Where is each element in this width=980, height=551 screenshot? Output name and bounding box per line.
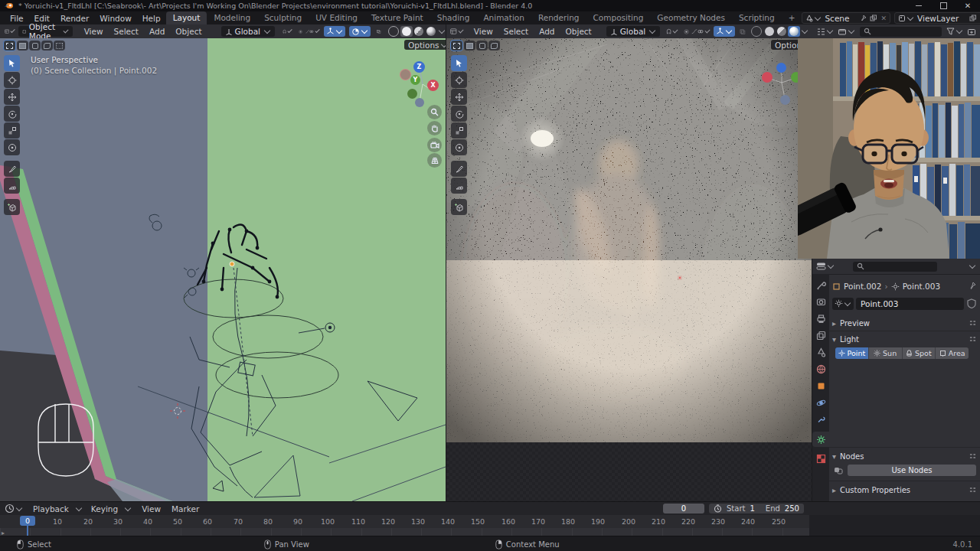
light-type-point[interactable]: Point [835,347,869,359]
workspace-tab-rendering[interactable]: Rendering [531,11,586,24]
timeline-ruler[interactable]: 0 10 20 30 40 50 60 70 80 90 100 110 120… [0,515,812,528]
properties-editor-icon[interactable] [816,262,826,271]
workspace-tab-animation[interactable]: Animation [476,11,531,24]
tool-add-cube[interactable] [4,199,20,215]
outliner-display-mode-icon[interactable] [816,28,825,36]
menu-file[interactable]: File [5,14,29,23]
navigation-gizmo[interactable]: Z X Y [397,60,446,106]
use-preview-range-icon[interactable] [714,504,722,513]
snap-dropdown-right[interactable] [673,28,678,33]
properties-search-box[interactable] [853,262,937,272]
add-menu-right[interactable]: Add [534,27,560,36]
orientation-dropdown[interactable]: Global [221,26,276,37]
close-button[interactable]: ✕ [956,0,980,11]
xray-toggle-icon[interactable] [377,28,381,36]
tool-measure[interactable] [4,178,20,194]
shading-dropdown-right[interactable] [802,28,808,34]
current-frame-field[interactable]: 0 [663,504,704,514]
tab-render-icon[interactable] [816,297,826,307]
falloff-curve-icon-right[interactable] [691,28,697,36]
panel-nodes-header[interactable]: ▾ Nodes [832,450,976,462]
end-frame-value[interactable]: 250 [785,504,799,513]
unlink-scene-icon[interactable]: ✕ [880,15,887,22]
select-intersect-icon[interactable] [54,41,65,51]
select-circle-icon[interactable] [29,41,41,51]
tool-cursor-right[interactable] [451,72,467,88]
tab-world-icon[interactable] [816,364,826,374]
select-menu[interactable]: Select [109,27,144,36]
shading-dropdown[interactable] [439,28,445,34]
panel-custom-properties-header[interactable]: ▸ Custom Properties [832,484,976,496]
maximize-button[interactable] [931,0,956,11]
shading-solid-icon[interactable] [400,26,413,37]
select-box-icon[interactable] [17,41,28,51]
view-layer-selector[interactable]: ViewLayer ✕ [894,12,980,24]
editor-type-icon[interactable] [5,27,9,36]
scene-selector[interactable]: Scene ✕ [802,12,890,24]
orientation-dropdown-right[interactable]: Global [606,26,661,37]
gizmos-toggle[interactable] [324,26,345,37]
marker-menu[interactable]: Marker [166,504,204,514]
shading-rendered-icon[interactable] [426,27,436,36]
gizmo-neg-z-axis[interactable] [415,98,424,107]
overlay-options-toggle[interactable] [349,26,371,37]
select-tweak-icon[interactable] [3,40,16,51]
workspace-tab-layout[interactable]: Layout [166,11,207,24]
tab-constraints-icon[interactable] [816,415,826,425]
gizmo-y-axis[interactable]: Y [410,75,420,85]
shading-material-icon-right[interactable] [777,27,786,36]
timeline-view-menu[interactable]: View [136,504,166,514]
data-name-field[interactable]: Point.003 [856,298,964,310]
tab-object-data-active[interactable] [812,432,829,447]
breadcrumb-object-name[interactable]: Point.002 [844,282,881,291]
workspace-tab-geometry-nodes[interactable]: Geometry Nodes [650,11,732,24]
proportional-editing-icon[interactable] [299,28,302,36]
menu-edit[interactable]: Edit [29,14,55,23]
playback-menu[interactable]: Playback [28,504,74,514]
tool-move[interactable] [4,89,20,105]
tool-cursor[interactable] [4,72,20,88]
workspace-tab-compositing[interactable]: Compositing [586,11,651,24]
pan-view-icon[interactable] [427,121,442,135]
filter-icon[interactable] [946,28,955,35]
tab-output-icon[interactable] [816,314,826,324]
snap-magnet-icon-right[interactable] [666,28,671,36]
gizmo-neg-x-axis[interactable] [400,69,411,80]
breadcrumb-data-name[interactable]: Point.003 [903,282,940,291]
properties-options-dropdown[interactable] [969,262,975,269]
view-menu-right[interactable]: View [469,27,498,36]
tool-move-right[interactable] [451,89,467,105]
editor-type-icon-right[interactable] [450,27,457,36]
new-collection-icon[interactable] [967,28,976,36]
select-lasso-icon[interactable] [41,41,53,51]
tool-scale[interactable] [4,122,20,139]
gizmo-neg-y-axis[interactable] [407,89,417,99]
viewport-left[interactable]: User Perspective (0) Scene Collection | … [0,38,446,501]
shading-rendered-icon-right[interactable] [788,26,800,37]
timeline-editor-icon[interactable] [5,504,15,514]
tab-view-layer-icon[interactable] [816,331,826,341]
tool-add-cube-right[interactable] [451,199,467,215]
ortho-toggle-icon[interactable] [427,153,442,168]
shading-wireframe-icon-right[interactable] [751,26,762,37]
tab-object-icon[interactable] [816,381,826,391]
tool-annotate-right[interactable] [451,161,467,177]
gizmo-x-axis[interactable]: X [427,80,439,91]
workspace-tab-uv-editing[interactable]: UV Editing [309,11,364,24]
shading-material-icon[interactable] [414,27,423,36]
snap-dropdown[interactable] [288,28,293,34]
show-overlays-icon-right[interactable] [697,28,704,36]
start-frame-value[interactable]: 1 [750,504,754,513]
select-circle-icon-right[interactable] [476,41,488,51]
view-menu[interactable]: View [79,27,109,36]
tool-transform[interactable] [4,139,20,155]
workspace-tab-sculpting[interactable]: Sculpting [257,11,309,24]
tool-rotate-right[interactable] [451,106,467,122]
workspace-tab-scripting[interactable]: Scripting [732,11,782,24]
show-overlays-icon[interactable] [309,28,314,36]
use-nodes-button[interactable]: Use Nodes [848,465,976,476]
workspace-tab-texture-paint[interactable]: Texture Paint [364,11,430,24]
tab-scene-icon[interactable] [816,347,826,357]
camera-view-icon[interactable] [427,138,442,152]
proportional-editing-icon-right[interactable] [684,28,689,36]
